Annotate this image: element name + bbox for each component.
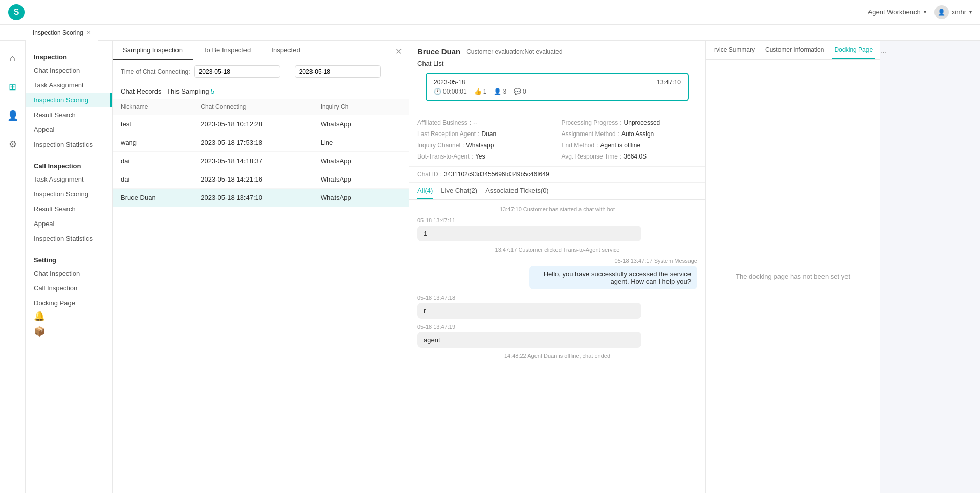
- table-header: Nickname Chat Connecting Inquiry Ch: [113, 99, 409, 115]
- sidebar-item-call-inspection-statistics[interactable]: Inspection Statistics: [26, 231, 112, 246]
- user-message: agent: [417, 332, 641, 348]
- row-channel: WhatsApp: [321, 157, 400, 165]
- message-group: 05-18 13:47:19 agent: [417, 324, 697, 348]
- row-nickname: test: [121, 120, 201, 128]
- end-method-value: Agent is offline: [600, 142, 641, 149]
- sampling-count: 5: [211, 87, 214, 95]
- sidebar-item-task-assignment[interactable]: Task Assignment: [26, 78, 112, 93]
- tab-all[interactable]: All(4): [417, 183, 433, 199]
- chat-records-label: Chat Records: [121, 87, 161, 95]
- duration-value: 00:00:01: [443, 88, 467, 95]
- row-channel: WhatsApp: [321, 194, 400, 201]
- tab-service-summary[interactable]: rvice Summary: [712, 41, 757, 59]
- chat-list-label: Chat List: [417, 60, 443, 68]
- sidebar-item-call-inspection-scoring[interactable]: Inspection Scoring: [26, 187, 112, 201]
- chat-title-row: Bruce Duan Customer evaluation:Not evalu…: [417, 47, 697, 56]
- grid-icon-btn[interactable]: ⊞: [4, 78, 22, 96]
- chat-value: 0: [523, 88, 526, 95]
- info-meta: Affiliated Business : -- Processing Prog…: [409, 113, 705, 167]
- agent-workbench-selector[interactable]: Agent Workbench ▾: [868, 8, 926, 16]
- person-icon-btn[interactable]: 👤: [4, 106, 22, 125]
- chat-selected-item[interactable]: 2023-05-18 13:47:10 🕐 00:00:01 👍 1: [426, 73, 689, 101]
- sidebar-item-result-search[interactable]: Result Search: [26, 107, 112, 122]
- inquiry-channel-row: Inquiry Channel : Whatsapp: [417, 142, 553, 149]
- chat-evaluation: Customer evaluation:Not evaluated: [466, 48, 562, 55]
- row-nickname: Bruce Duan: [121, 194, 201, 201]
- tab-live-chat[interactable]: Live Chat(2): [441, 183, 477, 199]
- date-from-input[interactable]: [194, 65, 280, 78]
- chat-item-time: 13:47:10: [657, 79, 681, 86]
- table-row[interactable]: wang 2023-05-18 17:53:18 Line: [113, 133, 409, 152]
- topbar-right: Agent Workbench ▾ 👤 xinhr ▾: [868, 5, 972, 19]
- topbar: S Agent Workbench ▾ 👤 xinhr ▾: [0, 0, 980, 25]
- table-row-selected[interactable]: Bruce Duan 2023-05-18 13:47:10 WhatsApp: [113, 189, 409, 207]
- sidebar-item-setting-chat[interactable]: Chat Inspection: [26, 266, 112, 281]
- sidebar-item-call-result-search[interactable]: Result Search: [26, 201, 112, 216]
- clock-icon: 🕐: [434, 88, 441, 95]
- row-connecting: 2023-05-18 14:21:16: [201, 175, 320, 183]
- affiliated-business-label: Affiliated Business: [417, 119, 467, 126]
- chat-stat-chat: 💬 0: [514, 88, 526, 95]
- table-row[interactable]: dai 2023-05-18 14:18:37 WhatsApp: [113, 152, 409, 170]
- close-button[interactable]: ✕: [392, 45, 405, 57]
- chat-id-label: Chat ID: [417, 171, 438, 178]
- sidebar-item-inspection-statistics[interactable]: Inspection Statistics: [26, 137, 112, 152]
- sidebar-item-appeal[interactable]: Appeal: [26, 122, 112, 137]
- user-menu[interactable]: 👤 xinhr ▾: [934, 5, 972, 19]
- tab-customer-information[interactable]: Customer Information: [763, 41, 826, 59]
- home-icon-btn[interactable]: ⌂: [4, 49, 22, 68]
- sidebar-item-chat-inspection[interactable]: Chat Inspection: [26, 63, 112, 78]
- box-icon[interactable]: 📦: [34, 326, 104, 337]
- close-icon[interactable]: ✕: [86, 30, 91, 35]
- agent-workbench-label: Agent Workbench: [868, 8, 921, 16]
- settings-icon-btn[interactable]: ⚙: [4, 135, 22, 153]
- col-nickname: Nickname: [121, 103, 201, 110]
- sidebar-item-call-appeal[interactable]: Appeal: [26, 216, 112, 231]
- icon-sidebar: ⌂ ⊞ 👤 ⚙: [0, 41, 26, 493]
- chat-panel: Bruce Duan Customer evaluation:Not evalu…: [409, 41, 706, 493]
- tab-inspection-scoring[interactable]: Inspection Scoring ✕: [26, 25, 98, 41]
- row-connecting: 2023-05-18 13:47:10: [201, 194, 320, 201]
- topbar-left: S: [8, 4, 25, 20]
- sidebar-item-call-task-assignment[interactable]: Task Assignment: [26, 172, 112, 187]
- processing-progress-value: Unprocessed: [624, 119, 660, 126]
- nav-sidebar: Inspection Chat Inspection Task Assignme…: [26, 41, 113, 493]
- sidebar-item-setting-call[interactable]: Call Inspection: [26, 281, 112, 296]
- more-options-icon[interactable]: ...: [881, 47, 886, 54]
- app-logo: S: [8, 4, 25, 20]
- bell-icon[interactable]: 🔔: [34, 310, 104, 322]
- records-filter: Time of Chat Connecting: —: [113, 60, 409, 83]
- chat-item-date: 2023-05-18: [434, 79, 465, 86]
- processing-progress-row: Processing Progress : Unprocessed: [562, 119, 698, 126]
- date-to-input[interactable]: [295, 65, 381, 78]
- sampling-label: This Sampling: [167, 87, 209, 95]
- sidebar-item-inspection-scoring[interactable]: Inspection Scoring: [26, 93, 112, 107]
- sidebar-item-setting-docking[interactable]: Docking Page: [26, 296, 112, 310]
- table-row[interactable]: test 2023-05-18 10:12:28 WhatsApp: [113, 115, 409, 133]
- col-channel: Inquiry Ch: [321, 103, 400, 110]
- table-row[interactable]: dai 2023-05-18 14:21:16 WhatsApp: [113, 170, 409, 189]
- bot-trans-row: Bot-Trans-to-Agent : Yes: [417, 153, 553, 160]
- last-reception-label: Last Reception Agent: [417, 130, 476, 138]
- assignment-method-value: Auto Assign: [621, 130, 654, 138]
- system-message-bubble: Hello, you have successfully accessed th…: [529, 266, 697, 289]
- sys-msg-time: 05-18 13:47:17 System Message: [417, 258, 697, 264]
- tab-docking-page[interactable]: Docking Page: [832, 41, 875, 59]
- tab-associated-tickets[interactable]: Associated Tickets(0): [485, 183, 549, 199]
- col-connecting: Chat Connecting: [201, 103, 320, 110]
- tab-sampling-inspection[interactable]: Sampling Inspection: [113, 41, 193, 60]
- end-method-label: End Method: [562, 142, 595, 149]
- tab-inspected[interactable]: Inspected: [261, 41, 310, 60]
- row-channel: WhatsApp: [321, 120, 400, 128]
- tab-to-be-inspected[interactable]: To Be Inspected: [193, 41, 261, 60]
- msg-time: 05-18 13:47:18: [417, 295, 697, 301]
- chat-item-stats: 🕐 00:00:01 👍 1 👤 3 💬: [434, 88, 681, 95]
- thumbs-icon: 👍: [474, 88, 482, 95]
- chat-stat-duration: 🕐 00:00:01: [434, 88, 467, 95]
- sys-message: 13:47:17 Customer clicked Trans-to-Agent…: [417, 246, 697, 253]
- records-panel: ✕ Sampling Inspection To Be Inspected In…: [113, 41, 409, 493]
- chat-list-section: Chat List: [417, 60, 697, 68]
- message-tabs: All(4) Live Chat(2) Associated Tickets(0…: [409, 183, 705, 200]
- chat-id-value: 3431102c93d3455696fd349b5c46f649: [444, 171, 549, 178]
- inquiry-channel-value: Whatsapp: [466, 142, 494, 149]
